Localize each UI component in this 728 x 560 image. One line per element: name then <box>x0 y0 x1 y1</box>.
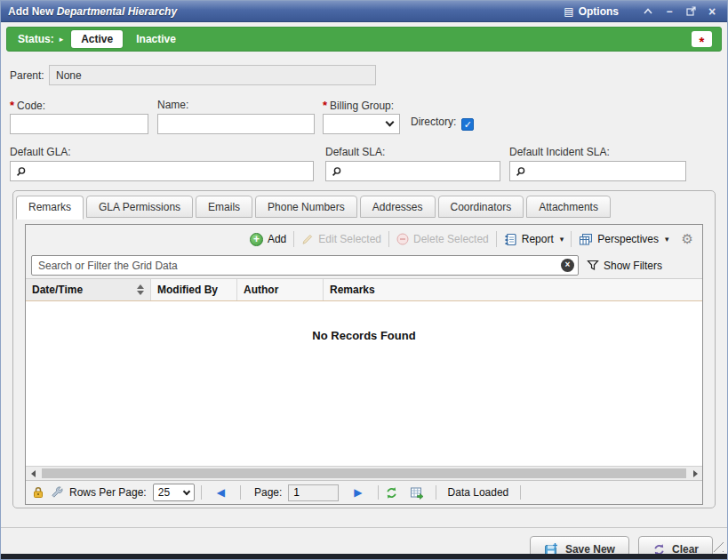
required-icon: * <box>10 99 14 112</box>
tab-coordinators[interactable]: Coordinators <box>438 196 524 218</box>
options-icon: ▤ <box>564 5 573 18</box>
name-label: Name: <box>157 99 315 111</box>
grid-toolbar: + Add Edit Selected Delete Selected Repo… <box>26 225 702 253</box>
rows-per-page-label: Rows Per Page: <box>69 486 147 499</box>
export-grid-icon <box>410 486 424 500</box>
options-label: Options <box>579 5 619 18</box>
add-icon: + <box>250 233 263 246</box>
popout-button[interactable] <box>683 4 699 20</box>
refresh-icon <box>385 486 398 500</box>
popout-icon <box>686 6 696 16</box>
name-input[interactable] <box>157 114 315 134</box>
pencil-icon <box>301 233 314 245</box>
rows-per-page-select[interactable]: 25 <box>153 484 195 501</box>
next-page-button[interactable]: ▶ <box>350 486 365 499</box>
asterisk-icon: * <box>700 37 705 46</box>
add-button[interactable]: + Add <box>243 233 293 246</box>
default-gla-label: Default GLA: <box>10 146 314 158</box>
default-incident-sla-label: Default Incident SLA: <box>509 146 686 158</box>
grid-empty-message: No Records Found <box>26 301 702 466</box>
chevron-down-icon: ▾ <box>665 235 669 244</box>
tab-emails[interactable]: Emails <box>196 196 252 218</box>
chevron-down-icon: ▾ <box>560 235 564 244</box>
remarks-grid: + Add Edit Selected Delete Selected Repo… <box>25 224 703 505</box>
options-menu-button[interactable]: ▤ Options <box>564 5 619 18</box>
status-label: Status: <box>18 33 54 45</box>
close-icon: × <box>708 4 716 19</box>
tab-addresses[interactable]: Addresses <box>360 196 436 218</box>
gear-icon[interactable]: ⚙ <box>676 231 695 247</box>
scrollbar-thumb[interactable] <box>42 468 686 478</box>
window-bottom-edge <box>1 554 727 559</box>
tab-attachments[interactable]: Attachments <box>526 196 611 218</box>
minimize-icon: − <box>666 5 672 18</box>
default-incident-sla-input[interactable] <box>509 161 686 181</box>
search-icon <box>16 166 27 177</box>
default-sla-input[interactable] <box>325 161 500 181</box>
status-option-inactive[interactable]: Inactive <box>136 33 176 45</box>
chevron-down-icon <box>386 118 395 127</box>
perspectives-dropdown[interactable]: Perspectives ▾ <box>572 233 676 246</box>
parent-input[interactable] <box>49 65 376 85</box>
perspectives-icon <box>579 233 593 246</box>
tab-phone-numbers[interactable]: Phone Numbers <box>255 196 357 218</box>
wrench-icon[interactable] <box>51 486 63 499</box>
search-icon <box>516 166 526 177</box>
column-header-modified-by[interactable]: Modified By <box>151 279 237 300</box>
sort-icon <box>137 284 144 295</box>
tab-strip: Remarks GLA Permissions Emails Phone Num… <box>13 191 715 218</box>
fields-row: *Code: Name: *Billing Group: Directory: … <box>1 99 727 134</box>
status-bar: Status: ▸ Active Inactive * <box>6 27 722 52</box>
tab-remarks[interactable]: Remarks <box>16 196 84 220</box>
page-label: Page: <box>254 486 282 499</box>
column-header-remarks[interactable]: Remarks <box>324 279 702 300</box>
clear-search-icon: × <box>565 260 571 269</box>
code-label: Code: <box>17 100 45 112</box>
horizontal-scrollbar[interactable] <box>26 466 702 480</box>
column-header-date-time[interactable]: Date/Time <box>26 279 151 300</box>
grid-status-text: Data Loaded <box>448 486 509 499</box>
billing-group-select[interactable] <box>323 114 400 134</box>
grid-search-row: × Show Filters <box>26 253 702 278</box>
grid-search-input[interactable] <box>31 255 579 276</box>
defaults-row: Default GLA: Default SLA: Default Incide… <box>1 146 727 181</box>
status-arrow-icon: ▸ <box>60 35 64 44</box>
status-option-active[interactable]: Active <box>71 30 123 48</box>
parent-field-row: Parent: <box>10 65 727 85</box>
scroll-right-button[interactable] <box>688 467 702 480</box>
close-button[interactable]: × <box>704 4 720 20</box>
column-header-author[interactable]: Author <box>237 279 324 300</box>
directory-checkbox[interactable]: ✓ <box>461 118 474 131</box>
page-number-input[interactable] <box>288 484 339 501</box>
report-dropdown[interactable]: Report ▾ <box>497 233 572 246</box>
lock-icon[interactable] <box>32 486 44 499</box>
parent-label: Parent: <box>10 69 49 82</box>
default-sla-label: Default SLA: <box>325 146 500 158</box>
grid-footer: Rows Per Page: 25 ◀ Page: ▶ <box>26 480 702 504</box>
tab-widget: Remarks GLA Permissions Emails Phone Num… <box>12 190 716 508</box>
window-title: Add New Departmental Hierarchy <box>8 5 564 18</box>
required-fields-button[interactable]: * <box>692 31 712 47</box>
edit-selected-button[interactable]: Edit Selected <box>294 233 388 245</box>
dialog-window: Add New Departmental Hierarchy ▤ Options… <box>0 0 728 560</box>
directory-label: Directory: <box>411 116 456 128</box>
refresh-button[interactable] <box>385 486 398 500</box>
check-icon: ✓ <box>464 119 472 130</box>
clear-search-button[interactable]: × <box>561 259 574 272</box>
minimize-button[interactable]: − <box>661 4 677 20</box>
scroll-left-button[interactable] <box>26 467 40 480</box>
report-icon <box>504 233 517 246</box>
show-filters-button[interactable]: Show Filters <box>587 260 697 272</box>
default-gla-input[interactable] <box>10 161 314 181</box>
chevron-down-icon <box>182 487 189 494</box>
export-grid-button[interactable] <box>410 486 424 500</box>
code-input[interactable] <box>10 114 148 134</box>
previous-page-button[interactable]: ◀ <box>213 486 228 499</box>
title-bar: Add New Departmental Hierarchy ▤ Options… <box>1 1 727 22</box>
delete-selected-button[interactable]: Delete Selected <box>389 233 496 245</box>
filter-funnel-icon <box>587 260 599 271</box>
tab-gla-permissions[interactable]: GLA Permissions <box>86 196 193 218</box>
circle-minus-icon <box>396 233 409 245</box>
billing-group-label: Billing Group: <box>330 100 394 112</box>
collapse-button[interactable] <box>640 4 656 20</box>
